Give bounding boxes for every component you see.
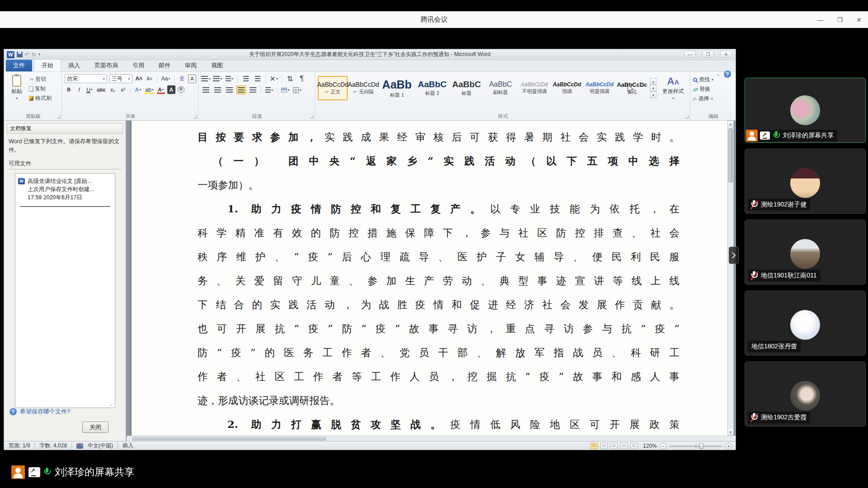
copy-button[interactable]: 复制 [29,85,52,93]
scroll-up-icon[interactable]: ▲ [728,121,733,127]
align-center-button[interactable] [213,85,222,94]
participant-tile[interactable]: 测绘1902吉爱霞 [745,361,866,427]
font-size-select[interactable]: 三号▾ [109,74,132,83]
shrink-font-button[interactable]: A˅ [146,75,154,83]
change-styles-button[interactable]: AA 更改样式 ▾ [660,74,687,100]
align-right-button[interactable] [225,85,234,94]
zoom-out-button[interactable]: − [660,443,666,450]
style-heading2[interactable]: AaBbC标题 2 [415,76,449,100]
font-name-select[interactable]: 仿宋▾ [65,74,107,83]
sort-button[interactable]: ⇅ [285,74,295,83]
tab-insert[interactable]: 插入 [61,60,87,71]
web-layout-view-button[interactable] [610,443,618,449]
recovery-close-button[interactable]: 关闭 [82,422,108,433]
tab-file[interactable]: 文件 [6,60,32,71]
outline-view-button[interactable] [620,443,627,449]
vertical-scroll-thumb[interactable] [728,128,733,183]
style-title[interactable]: AaBbC标题 [450,76,483,100]
paste-dropdown-icon[interactable]: ▾ [16,96,18,100]
cut-button[interactable]: ✂剪切 [29,75,52,83]
clipboard-dialog-launcher-icon[interactable] [57,115,60,118]
participant-tile[interactable]: 地信1901耿江南011 [745,220,866,285]
line-spacing-button[interactable]: ▾ [264,85,274,94]
language-indicator[interactable]: 中文(中国) [88,442,113,450]
scroll-down-icon[interactable]: ▼ [728,429,733,435]
justify-button[interactable] [236,85,246,94]
enclose-characters-button[interactable]: 字 [178,86,184,93]
gallery-more-icon[interactable]: ▼ [650,92,656,98]
draft-view-button[interactable] [630,443,637,449]
style-subtle-emphasis[interactable]: AaBbCcDd不明显强调 [518,76,551,100]
borders-button[interactable]: ▾ [292,85,302,94]
style-emphasis[interactable]: AaBbCcDd强调 [552,76,582,100]
fullscreen-reading-view-button[interactable] [600,443,608,449]
participant-tile-sharer[interactable]: 刘泽珍的屏幕共享 [745,78,866,143]
participant-tile[interactable]: 地信1802张丹蕾 [745,291,866,356]
paragraph-dialog-launcher-icon[interactable] [310,115,313,118]
spellcheck-icon[interactable] [76,443,83,449]
horizontal-scroll-thumb[interactable] [132,436,326,441]
asian-layout-button[interactable]: ✕▾ [269,74,278,83]
align-left-button[interactable] [201,85,211,94]
multilevel-list-button[interactable]: ▾ [225,74,234,83]
strikethrough-button[interactable]: abc [96,85,106,94]
print-layout-view-button[interactable] [590,443,598,449]
style-intense-emphasis[interactable]: AaBbCcDd明显强调 [583,76,616,100]
insert-mode-indicator[interactable]: 插入 [123,442,133,450]
minimize-ribbon-icon[interactable]: ▵ [717,72,719,77]
style-no-spacing[interactable]: AaBbCcDd↵ 无间隔 [349,76,378,100]
tab-mailings[interactable]: 邮件 [151,60,178,71]
font-dialog-launcher-icon[interactable] [193,115,197,118]
recovery-help-link[interactable]: ? 希望保存哪个文件? [9,408,70,416]
vertical-scrollbar[interactable]: ▲ ▼ [727,121,734,436]
horizontal-scrollbar[interactable] [127,436,736,441]
word-close-button[interactable]: ✕ [720,51,732,58]
list-scroll-icon[interactable]: ⌄ [109,402,113,407]
change-case-button[interactable]: Aa▾ [160,75,171,83]
bold-button[interactable]: B [65,85,73,94]
replace-button[interactable]: ⇄替换 [693,85,734,93]
participant-tile[interactable]: 测绘1902谢子健 [745,149,866,214]
phonetic-guide-button[interactable]: 变 [178,75,186,83]
document-page[interactable]: 目按要求参加，实践成果经审核后可获得暑期社会实践学时。 （一） 团中央“返家乡”… [132,121,728,436]
text-effects-button[interactable]: A▾ [134,85,142,94]
zoom-in-button[interactable]: + [725,443,732,450]
recovered-file-item[interactable]: W 高级党课结业论文 [原始... 上次用户保存文件时创建... 17:59 2… [18,177,112,202]
minimize-button[interactable]: — [817,16,824,23]
highlight-color-button[interactable]: ab▾ [144,85,154,94]
style-normal[interactable]: AaBbCcDd↵ 正文 [318,76,348,100]
zoom-slider[interactable] [669,446,722,447]
decrease-indent-button[interactable] [241,74,250,83]
underline-button[interactable]: U▾ [85,85,94,94]
shading-a-button[interactable]: A [167,85,175,94]
italic-button[interactable]: I [75,85,83,94]
word-maximize-button[interactable]: ❐ [702,51,714,58]
maximize-button[interactable]: ❐ [837,16,843,23]
gallery-down-icon[interactable]: ▼ [650,85,656,91]
styles-dialog-launcher-icon[interactable] [685,115,689,118]
word-minimize-button[interactable]: — [684,51,696,58]
collapse-sidebar-button[interactable] [729,247,739,264]
tab-references[interactable]: 引用 [125,60,151,71]
gallery-up-icon[interactable]: ▲ [650,78,656,84]
tab-view[interactable]: 视图 [204,60,230,71]
grow-font-button[interactable]: A˄ [135,75,143,83]
show-marks-button[interactable]: ¶ [297,74,307,83]
zoom-level[interactable]: 120% [643,443,657,449]
select-button[interactable]: ▷选择▾ [693,95,734,103]
character-border-button[interactable]: A [188,75,196,83]
style-subtitle[interactable]: AaBbC副标题 [484,76,517,100]
superscript-button[interactable]: x² [119,85,127,94]
increase-indent-button[interactable] [253,74,262,83]
numbering-button[interactable]: ▾ [213,74,222,83]
tab-home[interactable]: 开始 [34,59,61,71]
shading-button[interactable]: ▾ [281,85,290,94]
format-painter-button[interactable]: 格式刷 [29,94,52,102]
page-indicator[interactable]: 页面: 1/9 [9,442,30,450]
style-heading1[interactable]: AaBb标题 1 [379,76,415,100]
paste-button[interactable]: 粘贴 ▾ [7,74,27,100]
tab-review[interactable]: 审阅 [178,60,204,71]
bullets-button[interactable]: ▾ [201,74,211,83]
subscript-button[interactable]: x₂ [108,85,117,94]
close-button[interactable]: ✕ [856,16,862,23]
